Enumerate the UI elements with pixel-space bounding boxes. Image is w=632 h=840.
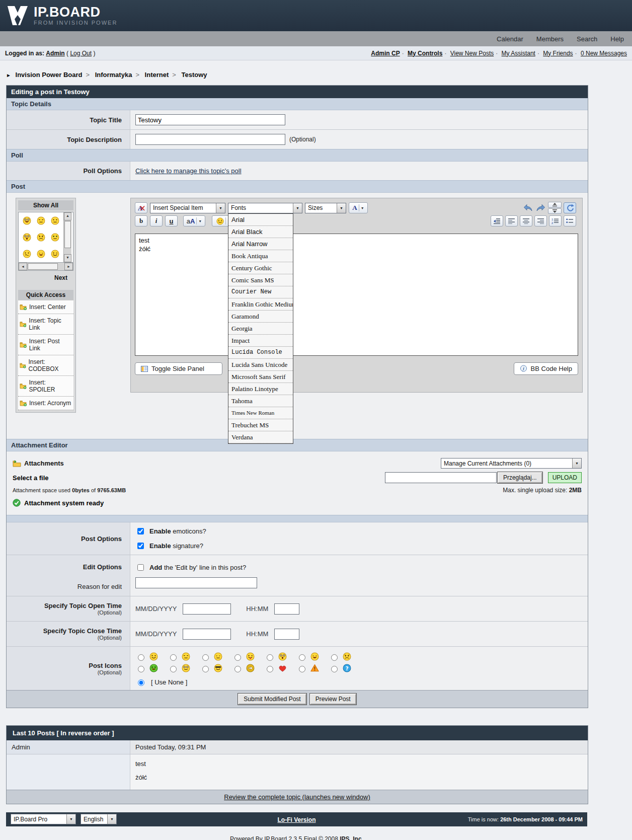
emoticon-icon[interactable] (51, 250, 59, 258)
post-icon-radio[interactable] (138, 666, 144, 672)
post-icon-option[interactable] (329, 652, 351, 661)
font-menu-item[interactable]: Arial Black (228, 226, 293, 238)
font-menu-item[interactable]: Century Gothic (228, 262, 293, 274)
font-menu-item[interactable]: Courier New (228, 286, 293, 298)
insert-post-link-item[interactable]: Insert: Post Link (18, 335, 73, 355)
sizes-select[interactable]: Sizes ▼ (305, 203, 346, 213)
open-time-input[interactable] (274, 603, 299, 615)
post-icon-emoticon[interactable]: ? (343, 664, 351, 672)
font-menu-item[interactable]: Microsoft Sans Serif (228, 371, 293, 383)
post-icon-option[interactable] (296, 652, 319, 661)
breadcrumb-category[interactable]: Informatyka (95, 71, 132, 79)
show-all-button[interactable]: Show All (18, 200, 73, 210)
unordered-list-button[interactable] (564, 215, 576, 226)
nav-help[interactable]: Help (610, 35, 624, 43)
post-icon-radio[interactable] (202, 666, 209, 672)
post-icon-radio[interactable] (170, 666, 177, 672)
lofi-version-link[interactable]: Lo-Fi Version (277, 816, 315, 823)
submit-modified-post-button[interactable]: Submit Modified Post (238, 694, 306, 705)
resize-editor-control[interactable] (548, 202, 562, 214)
font-menu-item[interactable]: Book Antiqua (228, 250, 293, 262)
insert-special-select[interactable]: Insert Special Item ▼ (150, 203, 225, 213)
font-menu-item[interactable]: Arial (228, 214, 293, 226)
post-icon-radio[interactable] (299, 654, 305, 661)
post-icon-option[interactable] (200, 664, 222, 672)
post-icon-radio[interactable] (170, 654, 177, 661)
scroll-thumb[interactable] (28, 263, 58, 270)
toggle-editor-mode-button[interactable] (564, 202, 576, 213)
nav-members[interactable]: Members (536, 35, 564, 43)
topic-title-input[interactable] (135, 114, 285, 125)
enable-signature-option[interactable]: Enable signature? (135, 541, 203, 551)
emoticon-icon[interactable] (37, 250, 45, 258)
emoticon-icon[interactable] (37, 233, 45, 242)
scroll-thumb[interactable] (64, 221, 71, 248)
emoticon-icon[interactable] (23, 216, 31, 225)
upload-button[interactable]: UPLOAD (548, 472, 582, 483)
font-size-wrap-button[interactable]: aA ▼ (183, 215, 205, 226)
font-menu-item[interactable]: Georgia (228, 323, 293, 335)
manage-attachments-select[interactable]: Manage Current Attachments (0) ▼ (441, 458, 582, 469)
admin-cp-link[interactable]: Admin CP (371, 50, 400, 57)
emoticon-icon[interactable] (51, 216, 59, 225)
bb-code-help-button[interactable]: i BB Code Help (514, 362, 578, 375)
post-icon-radio[interactable] (267, 666, 273, 672)
browse-button[interactable]: Przeglądaj... (498, 472, 542, 483)
remove-format-button[interactable]: A (135, 202, 147, 213)
file-path-input[interactable] (385, 472, 497, 483)
scroll-down-icon[interactable]: ▼ (64, 254, 71, 262)
horizontal-scrollbar[interactable]: ◄ ► (18, 263, 73, 271)
align-right-button[interactable] (534, 215, 547, 226)
post-icon-option[interactable] (264, 652, 287, 661)
font-menu-item[interactable]: Verdana (228, 431, 293, 443)
font-menu-item[interactable]: Palatino Linotype (228, 383, 293, 395)
font-menu-item[interactable]: Arial Narrow (228, 238, 293, 250)
shrink-editor-icon[interactable] (548, 208, 562, 214)
post-icon-option[interactable]: ? (329, 664, 351, 672)
underline-button[interactable]: u (165, 215, 178, 226)
post-icon-radio[interactable] (138, 654, 144, 661)
post-icon-option[interactable] (135, 652, 158, 661)
post-icon-radio[interactable] (299, 666, 305, 672)
insert-topic-link-item[interactable]: Insert: Topic Link (18, 314, 73, 335)
enable-signature-checkbox[interactable] (137, 543, 144, 549)
post-icon-emoticon[interactable] (214, 664, 222, 672)
nav-search[interactable]: Search (577, 35, 597, 43)
add-edit-by-option[interactable]: Add the 'Edit by' line in this post? (135, 563, 246, 572)
font-menu-item[interactable]: Garamond (228, 311, 293, 323)
post-icon-option[interactable] (168, 664, 190, 672)
post-icon-radio[interactable] (331, 654, 338, 661)
vertical-scrollbar[interactable]: ▲ ▼ (63, 212, 71, 262)
my-friends-link[interactable]: My Friends (543, 50, 573, 57)
font-menu-item[interactable]: Times New Roman (228, 407, 293, 419)
redo-button[interactable] (535, 204, 546, 212)
add-edit-by-checkbox[interactable] (137, 564, 144, 571)
my-controls-link[interactable]: My Controls (408, 50, 442, 57)
post-icon-radio[interactable] (202, 654, 209, 661)
post-icon-option[interactable] (296, 664, 319, 672)
language-select[interactable]: English ▼ (81, 814, 117, 824)
new-messages-link[interactable]: 0 New Messages (581, 50, 627, 57)
font-menu-item[interactable]: Franklin Gothic Medium (228, 298, 293, 311)
italic-button[interactable]: i (150, 215, 163, 226)
insert-center-item[interactable]: Insert: Center (18, 300, 73, 314)
font-menu-item[interactable]: Lucida Sans Unicode (228, 359, 293, 371)
post-icon-radio[interactable] (234, 654, 241, 661)
emoticon-icon[interactable] (51, 233, 59, 242)
post-icon-option[interactable] (264, 664, 287, 672)
post-icon-option[interactable] (135, 664, 158, 672)
insert-codebox-item[interactable]: Insert: CODEBOX (18, 355, 73, 376)
open-date-input[interactable] (183, 603, 231, 615)
skin-select[interactable]: IP.Board Pro ▼ (11, 814, 76, 824)
close-time-input[interactable] (274, 629, 299, 640)
reason-for-edit-input[interactable] (135, 577, 257, 588)
topic-description-input[interactable] (135, 134, 285, 145)
post-icon-emoticon[interactable] (182, 664, 190, 672)
font-color-button[interactable]: A ▼ (349, 202, 368, 213)
post-icon-emoticon[interactable] (246, 664, 255, 672)
emoticon-icon[interactable] (23, 233, 31, 242)
emoticon-icon[interactable] (37, 216, 45, 225)
enable-emoticons-option[interactable]: Enable emoticons? (135, 526, 206, 536)
scroll-right-icon[interactable]: ► (64, 263, 73, 270)
align-center-button[interactable] (520, 215, 532, 226)
